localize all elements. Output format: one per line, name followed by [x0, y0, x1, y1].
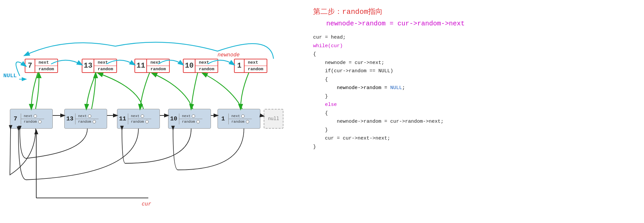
orig-random-13: random	[75, 119, 99, 124]
code-line-3: {	[313, 50, 643, 59]
copy-num-7: 7	[25, 62, 35, 70]
code-line-9: else	[313, 101, 643, 109]
code-line-10: {	[313, 109, 643, 118]
orig-next-13: next	[75, 113, 99, 119]
copy-random-1: random	[245, 66, 267, 72]
code-line-4: newnode = cur->next;	[313, 59, 643, 67]
copy-next-7: next	[35, 59, 57, 66]
copy-node-11: 11 next random	[134, 59, 170, 73]
copy-next-11: next	[147, 59, 169, 66]
orig-num-1: 1	[218, 115, 228, 122]
orig-next-10: next	[179, 113, 202, 119]
copy-node-7: 7 next random	[25, 59, 58, 73]
step-title: 第二步：random指向	[313, 7, 643, 16]
copy-num-1: 1	[235, 62, 244, 70]
null-box: null	[264, 109, 283, 129]
diagram-area: NULL newnode cur 7 next random 13 next r…	[0, 0, 297, 223]
orig-node-11: 11 next random	[117, 109, 160, 129]
orig-num-11: 11	[117, 115, 128, 122]
copy-random-11: random	[147, 66, 169, 72]
orig-random-1: random	[229, 119, 252, 124]
copy-next-1: next	[245, 59, 267, 66]
code-formula: newnode->random = cur->random->next	[326, 20, 643, 27]
svg-line-5	[260, 115, 264, 116]
orig-num-7: 7	[10, 115, 21, 122]
code-line-5: if(cur->random == NULL)	[313, 67, 643, 76]
copy-node-13: 13 next random	[82, 59, 117, 73]
orig-num-10: 10	[168, 115, 179, 122]
orig-node-10: 10 next random	[168, 109, 211, 129]
orig-next-1: next	[229, 113, 252, 119]
code-line-13: cur = cur->next->next;	[313, 134, 643, 143]
copy-next-13: next	[94, 59, 116, 66]
code-area: 第二步：random指向 newnode->random = cur->rand…	[313, 7, 643, 151]
code-line-7: newnode->random = NULL;	[313, 84, 643, 92]
code-block: cur = head; while(cur) { newnode = cur->…	[313, 33, 643, 151]
newnode-label: newnode	[218, 52, 240, 58]
code-line-12: }	[313, 126, 643, 135]
copy-random-7: random	[35, 66, 57, 72]
copy-num-10: 10	[184, 62, 195, 70]
orig-random-7: random	[21, 119, 44, 124]
code-line-8: }	[313, 92, 643, 101]
copy-num-11: 11	[135, 62, 146, 70]
orig-node-13: 13 next random	[64, 109, 107, 129]
orig-random-11: random	[128, 119, 151, 124]
copy-random-13: random	[94, 66, 116, 72]
copy-next-10: next	[195, 59, 218, 66]
code-line-14: }	[313, 143, 643, 151]
orig-node-7: 7 next random	[10, 109, 53, 129]
orig-next-7: next	[21, 113, 44, 119]
orig-random-10: random	[179, 119, 202, 124]
copy-node-10: 10 next random	[183, 59, 218, 73]
copy-random-10: random	[195, 66, 218, 72]
null-label: NULL	[3, 73, 17, 79]
code-line-11: newnode->random = cur->random->next;	[313, 117, 643, 126]
copy-num-13: 13	[82, 62, 94, 70]
cur-label: cur	[142, 201, 151, 207]
code-line-1: cur = head;	[313, 33, 643, 42]
code-line-6: {	[313, 76, 643, 84]
copy-node-1: 1 next random	[234, 59, 267, 73]
orig-next-11: next	[128, 113, 151, 119]
orig-node-1: 1 next random	[218, 109, 260, 129]
orig-num-13: 13	[65, 115, 75, 122]
code-line-2: while(cur)	[313, 42, 643, 50]
